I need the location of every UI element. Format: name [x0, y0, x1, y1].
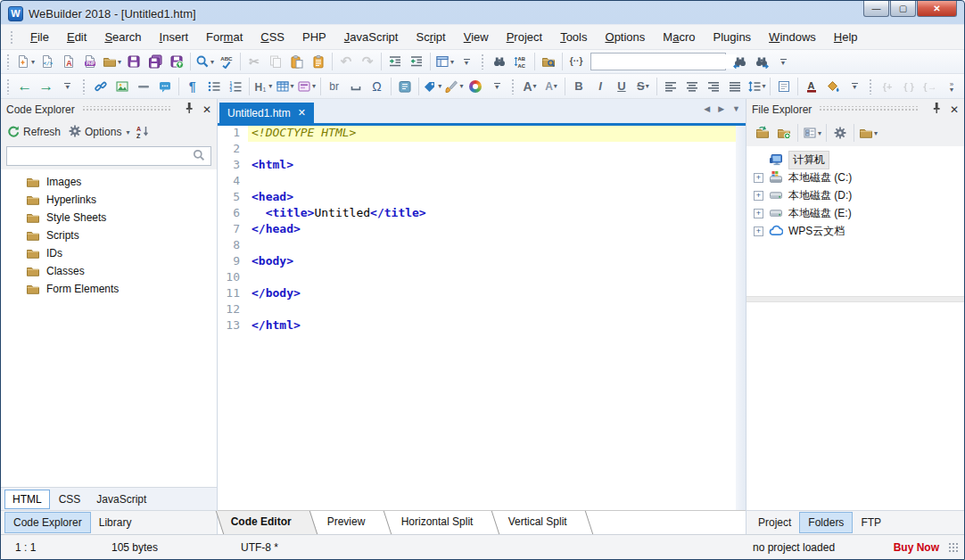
- dropdown-arrow-icon[interactable]: ▾: [118, 58, 121, 66]
- floppy-button[interactable]: [123, 51, 144, 72]
- brush-button[interactable]: ▾: [443, 76, 465, 97]
- link-button[interactable]: [90, 76, 111, 97]
- expand-icon[interactable]: +: [754, 173, 763, 183]
- toolbar-overflow-icon[interactable]: ▼: [777, 51, 789, 72]
- dropdown-arrow-icon[interactable]: ▾: [533, 82, 537, 90]
- menu-css[interactable]: CSS: [252, 27, 293, 47]
- pin-icon[interactable]: [177, 101, 196, 118]
- outdent-button[interactable]: [406, 51, 427, 72]
- binoculars-button[interactable]: [489, 51, 510, 72]
- fe-item-drive[interactable]: +本地磁盘 (E:): [746, 204, 964, 222]
- toolbar-grip[interactable]: [6, 54, 11, 70]
- toolbar-grip[interactable]: [6, 78, 11, 95]
- fe-item-computer[interactable]: 计算机: [746, 151, 964, 169]
- code-line-9[interactable]: 9<body>: [218, 254, 746, 270]
- tree-item-form-elements[interactable]: Form Elements: [1, 280, 217, 298]
- dropdown-arrow-icon[interactable]: ▾: [450, 58, 454, 66]
- tab-html[interactable]: HTML: [4, 490, 50, 509]
- folder-open-button[interactable]: ▾: [857, 122, 879, 144]
- braces-dots-button[interactable]: {··}: [565, 51, 587, 72]
- code-line-1[interactable]: 1<!DOCTYPE HTML>: [218, 126, 746, 142]
- code-editor[interactable]: 1<!DOCTYPE HTML>23<html>45<head>6 <title…: [218, 126, 746, 510]
- view-tab-code-editor[interactable]: Code Editor: [216, 511, 318, 534]
- font-inc-button[interactable]: A▾: [519, 76, 540, 97]
- tab-prev-icon[interactable]: ◀: [704, 104, 710, 113]
- page-php-button[interactable]: PHP: [79, 51, 101, 72]
- buy-now-link[interactable]: Buy Now: [894, 541, 939, 554]
- dropdown-arrow-icon[interactable]: ▾: [438, 82, 441, 90]
- tab-library[interactable]: Library: [91, 513, 140, 532]
- sort-az-icon[interactable]: AZ: [136, 124, 150, 141]
- fe-item-cloud[interactable]: +WPS云文档: [746, 222, 964, 240]
- code-line-4[interactable]: 4: [218, 174, 746, 190]
- menu-options[interactable]: Options: [597, 27, 655, 47]
- nbsp-button[interactable]: [345, 76, 367, 97]
- search-input[interactable]: [7, 150, 192, 162]
- underline-button[interactable]: U: [611, 76, 632, 97]
- code-line-10[interactable]: 10: [218, 270, 746, 286]
- code-line-11[interactable]: 11</body>: [218, 286, 746, 302]
- code-line-8[interactable]: 8: [218, 238, 746, 254]
- page-a-button[interactable]: A: [58, 51, 79, 72]
- gear-button[interactable]: [829, 122, 851, 144]
- close-icon[interactable]: ✕: [950, 103, 959, 116]
- align-right-button[interactable]: [703, 76, 724, 97]
- pilcrow-button[interactable]: ¶: [182, 76, 203, 97]
- align-justify-button[interactable]: [724, 76, 746, 97]
- menu-php[interactable]: PHP: [293, 27, 335, 47]
- list-ol-button[interactable]: 123: [225, 76, 246, 97]
- nav-back-button[interactable]: ←: [14, 76, 36, 97]
- tab-folders[interactable]: Folders: [799, 512, 853, 533]
- code-explorer-search[interactable]: [6, 146, 211, 166]
- menu-insert[interactable]: Insert: [151, 27, 198, 47]
- expand-icon[interactable]: +: [754, 209, 763, 218]
- overflow-button[interactable]: ▼: [844, 76, 865, 97]
- dropdown-arrow-icon[interactable]: ▾: [646, 82, 649, 90]
- find-text-combo[interactable]: ▼: [590, 53, 726, 70]
- binoc-prev-button[interactable]: [730, 51, 751, 72]
- menu-project[interactable]: Project: [498, 27, 551, 47]
- dropdown-arrow-icon[interactable]: ▾: [291, 82, 294, 90]
- tree-item-style-sheets[interactable]: Style Sheets: [1, 209, 217, 226]
- code-line-13[interactable]: 13</html>: [218, 318, 746, 334]
- menu-javascript[interactable]: JavaScript: [335, 27, 408, 47]
- tree-item-images[interactable]: Images: [1, 173, 217, 191]
- menu-search[interactable]: Search: [95, 27, 150, 47]
- dropdown-arrow-icon[interactable]: ▾: [31, 58, 35, 66]
- toolbar-grip[interactable]: [869, 78, 873, 95]
- scroll-button[interactable]: [394, 76, 416, 97]
- font-color-button[interactable]: A: [801, 76, 822, 97]
- refresh-icon[interactable]: [6, 124, 21, 141]
- options-dropdown-icon[interactable]: ▾: [126, 128, 129, 136]
- h1-button[interactable]: H1▾: [252, 76, 274, 97]
- floppy-multi-button[interactable]: [144, 51, 166, 72]
- menu-tools[interactable]: Tools: [551, 27, 596, 47]
- fe-item-drive[interactable]: +本地磁盘 (D:): [746, 186, 964, 204]
- dropdown-arrow-icon[interactable]: ▾: [818, 129, 821, 137]
- dropdown-arrow-icon[interactable]: ▾: [459, 82, 463, 90]
- tab-code-explorer[interactable]: Code Explorer: [4, 512, 91, 533]
- br-tag-button[interactable]: br: [324, 76, 345, 97]
- dropdown-arrow-icon[interactable]: ▾: [312, 82, 316, 90]
- refresh-button[interactable]: Refresh: [23, 126, 61, 138]
- view-tab-preview[interactable]: Preview: [312, 511, 392, 534]
- toolbar-overflow-icon[interactable]: »▼: [945, 76, 958, 97]
- colors-button[interactable]: [465, 76, 486, 97]
- close-icon[interactable]: ✕: [202, 103, 211, 116]
- binoc-next-button[interactable]: [751, 51, 772, 72]
- para-border-button[interactable]: [773, 76, 795, 97]
- list-ul-button[interactable]: [203, 76, 225, 97]
- code-line-6[interactable]: 6 <title>Untitled</title>: [218, 206, 746, 222]
- paste-button[interactable]: [286, 51, 308, 72]
- folder-open-button[interactable]: ▾: [101, 51, 123, 72]
- fe-item-drive-windows[interactable]: +本地磁盘 (C:): [746, 169, 964, 186]
- toolbar-overflow-icon[interactable]: ▼: [848, 76, 861, 97]
- nav-forward-button[interactable]: →: [36, 76, 57, 97]
- restore-button[interactable]: ▢: [890, 1, 916, 17]
- dropdown-arrow-icon[interactable]: ▾: [210, 58, 214, 66]
- tab-javascript[interactable]: JavaScript: [89, 490, 153, 508]
- pin-icon[interactable]: [925, 101, 944, 118]
- table-button[interactable]: ▾: [274, 76, 295, 97]
- toolbar-grip[interactable]: [82, 78, 87, 95]
- toolbar-overflow-icon[interactable]: ▼: [460, 51, 473, 72]
